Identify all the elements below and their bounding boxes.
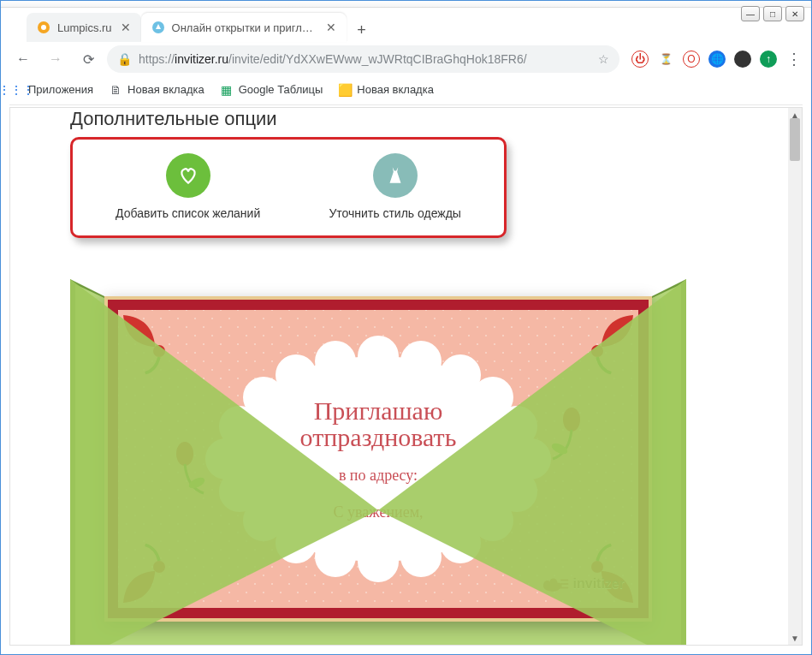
svg-point-22 — [358, 541, 399, 582]
bookmark-star-icon[interactable]: ☆ — [598, 52, 609, 66]
svg-point-12 — [358, 336, 399, 377]
favicon-lumpics — [37, 21, 50, 34]
back-button[interactable]: ← — [9, 45, 37, 73]
bookmark-new-tab-2[interactable]: 🟨 Новая вкладка — [338, 83, 434, 97]
extension-icon[interactable]: ⏻ — [631, 51, 649, 68]
scroll-down-icon[interactable]: ▼ — [788, 631, 802, 645]
page-viewport: ▲ ▼ Дополнительные опции Добавить список… — [9, 107, 803, 646]
page-icon: 🗎 — [109, 83, 122, 97]
vertical-scrollbar[interactable]: ▲ ▼ — [788, 108, 802, 645]
page-icon: 🟨 — [338, 83, 352, 97]
window-minimize-button[interactable]: — — [741, 6, 760, 21]
svg-point-13 — [400, 341, 442, 382]
favicon-invitizer — [151, 21, 165, 34]
tab-lumpics[interactable]: Lumpics.ru ✕ — [27, 13, 141, 42]
option-label: Добавить список желаний — [116, 206, 260, 220]
tab-title: Онлайн открытки и приглашен — [172, 21, 317, 34]
new-tab-button[interactable]: + — [350, 18, 374, 42]
tab-close-icon[interactable]: ✕ — [121, 21, 131, 34]
specify-dresscode-option[interactable]: Уточнить стиль одежды — [329, 153, 461, 220]
dress-icon — [373, 153, 418, 198]
bookmark-google-sheets[interactable]: ▦ Google Таблицы — [220, 83, 323, 97]
scrollbar-thumb[interactable] — [790, 118, 800, 161]
window-maximize-button[interactable]: □ — [763, 6, 782, 21]
svg-point-31 — [315, 341, 356, 382]
apps-icon: ⋮⋮⋮ — [9, 83, 23, 97]
menu-icon[interactable]: ⋮ — [785, 51, 803, 68]
envelope-preview: Приглашаю отпраздновать в по адресу: С у… — [70, 262, 686, 645]
address-bar[interactable]: 🔒 https://invitizer.ru/invite/edit/YdXXw… — [107, 45, 619, 73]
bookmark-label: Google Таблицы — [239, 83, 323, 96]
reload-button[interactable]: ⟳ — [74, 45, 102, 73]
option-label: Уточнить стиль одежды — [329, 206, 461, 220]
extension-icon[interactable]: ⏳ — [657, 51, 674, 68]
browser-toolbar: ← → ⟳ 🔒 https://invitizer.ru/invite/edit… — [9, 42, 803, 76]
additional-options-panel: Добавить список желаний Уточнить стиль о… — [70, 137, 507, 238]
forward-button[interactable]: → — [42, 45, 69, 73]
svg-point-30 — [276, 354, 317, 396]
bookmark-apps[interactable]: ⋮⋮⋮ Приложения — [9, 83, 93, 97]
add-wishlist-option[interactable]: Добавить список желаний — [116, 153, 260, 220]
url-path: /invite/edit/YdXXwEWww_wJWRtqCIBraGhqHok… — [228, 52, 527, 66]
heart-icon — [166, 153, 210, 198]
svg-point-1 — [41, 25, 46, 30]
tab-invitizer[interactable]: Онлайн открытки и приглашен ✕ — [141, 13, 347, 42]
tab-title: Lumpics.ru — [57, 21, 112, 34]
extension-globe-icon[interactable]: 🌐 — [708, 51, 726, 68]
url-host: invitizer.ru — [175, 52, 228, 66]
bookmarks-bar: ⋮⋮⋮ Приложения 🗎 Новая вкладка ▦ Google … — [9, 78, 803, 105]
svg-point-23 — [315, 536, 356, 577]
extension-opera-icon[interactable]: O — [683, 51, 700, 68]
bookmark-label: Новая вкладка — [357, 83, 434, 96]
section-title: Дополнительные опции — [70, 108, 787, 130]
tabstrip: Lumpics.ru ✕ Онлайн открытки и приглашен… — [27, 11, 708, 42]
bookmark-new-tab-1[interactable]: 🗎 Новая вкладка — [109, 83, 204, 97]
url-protocol: https:// — [139, 52, 175, 66]
window-close-button[interactable]: ✕ — [785, 6, 804, 21]
extension-icon[interactable]: ↑ — [760, 51, 777, 68]
sheets-icon: ▦ — [220, 83, 234, 97]
bookmark-label: Приложения — [28, 83, 93, 96]
tab-close-icon[interactable]: ✕ — [326, 21, 336, 34]
lock-icon: 🔒 — [117, 52, 132, 66]
window-titlebar — [1, 1, 811, 8]
bookmark-label: Новая вкладка — [127, 83, 204, 96]
svg-point-21 — [400, 536, 442, 577]
profile-avatar[interactable] — [734, 51, 751, 68]
